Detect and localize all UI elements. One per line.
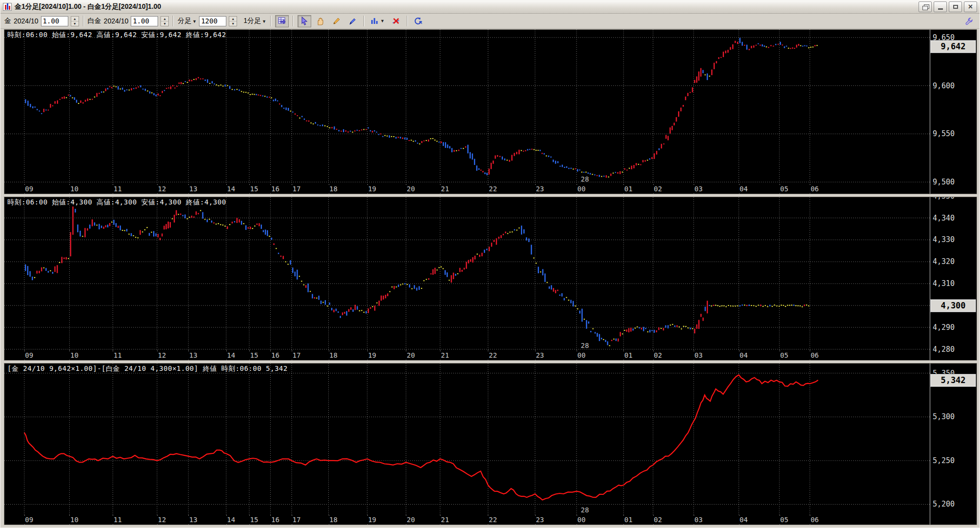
x-tick-label: 17 [291, 185, 301, 193]
minimize-button[interactable] [934, 1, 947, 12]
toolbar: 金 2024/10 ▲▼ 白金 2024/10 ▲▼ 分足▼ ▲▼ 1分足▼ [0, 14, 980, 29]
x-tick-label: 20 [406, 185, 416, 193]
marker-tool-button[interactable] [346, 15, 360, 27]
platinum-time-axis: 0910111213141516171819202122230001020304… [4, 350, 930, 360]
marker-icon [348, 17, 357, 26]
toolbar-separator [293, 16, 294, 26]
bar-style-dropdown-button[interactable]: ▼ [368, 15, 387, 27]
x-tick-label: 11 [113, 516, 123, 524]
x-tick-label: 22 [488, 351, 498, 359]
settings-wrench-button[interactable] [962, 15, 976, 27]
toolbar-separator [363, 16, 364, 26]
maximize-button[interactable] [949, 1, 962, 12]
chevron-down-icon: ▼ [380, 19, 384, 23]
float-window-button[interactable] [919, 1, 932, 12]
cursor-icon [300, 17, 309, 25]
x-tick-label: 22 [488, 516, 498, 524]
y-tick-label: 4,330 [933, 235, 955, 244]
y-tick-label: 9,500 [933, 178, 955, 186]
date-label: 28 [581, 175, 589, 183]
platinum-plot[interactable]: 28 [4, 197, 930, 350]
hand-tool-button[interactable] [314, 15, 327, 27]
x-tick-label: 01 [623, 351, 634, 359]
spread-line-panel[interactable]: [金 24/10 9,642×1.00]-[白金 24/10 4,300×1.0… [4, 363, 977, 525]
close-button[interactable]: × [964, 1, 977, 12]
window-title: 金1分足[2024/10]1.00 - 白金1分足[2024/10]1.00 [15, 2, 161, 11]
x-tick-label: 04 [739, 185, 749, 193]
x-tick-label: 02 [653, 351, 663, 359]
close-icon: × [968, 4, 973, 9]
x-tick-label: 06 [810, 516, 820, 524]
current-price-badge: 9,642 [931, 41, 976, 53]
date-label: 28 [581, 506, 589, 514]
x-tick-label: 12 [157, 185, 167, 193]
x-tick-label: 00 [576, 185, 586, 193]
float-window-icon [922, 4, 928, 9]
x-tick-label: 17 [291, 351, 301, 359]
delete-cross-icon [392, 17, 400, 25]
bar-count-input[interactable] [199, 16, 226, 26]
gold-plot[interactable]: 28 [4, 30, 930, 184]
x-tick-label: 09 [24, 351, 34, 359]
x-tick-label: 21 [440, 351, 450, 359]
pencil-tool-button[interactable] [330, 15, 343, 27]
x-tick-label: 23 [535, 516, 545, 524]
y-tick-label: 4,280 [933, 345, 955, 354]
platinum-month-label: 2024/10 [104, 17, 129, 25]
pencil-icon [332, 17, 341, 26]
current-price-badge: 4,300 [931, 300, 976, 312]
platinum-candlestick-panel[interactable]: 時刻:06:00 始値:4,300 高値:4,300 安値:4,300 終値:4… [4, 197, 977, 361]
gold-multiplier-spinner[interactable]: ▲▼ [71, 16, 79, 26]
spread-time-axis: 0910111213141516171819202122230001020304… [4, 515, 930, 525]
x-tick-label: 23 [535, 351, 545, 359]
x-tick-label: 20 [406, 516, 416, 524]
x-tick-label: 16 [270, 516, 280, 524]
x-tick-label: 12 [157, 516, 167, 524]
delete-drawings-button[interactable] [389, 15, 403, 27]
cursor-tool-button[interactable] [298, 15, 311, 27]
x-tick-label: 14 [226, 516, 236, 524]
y-tick-label: 4,310 [933, 279, 955, 288]
spread-price-axis: 5,3505,3005,2505,2005,342 [930, 364, 977, 525]
bar-count-spinner[interactable]: ▲▼ [229, 16, 237, 26]
x-tick-label: 12 [157, 351, 167, 359]
interval-dropdown[interactable]: 1分足▼ [243, 17, 266, 25]
x-tick-label: 18 [328, 516, 339, 524]
titlebar: 金1分足[2024/10]1.00 - 白金1分足[2024/10]1.00 × [0, 0, 980, 14]
chevron-down-icon: ▼ [192, 19, 197, 24]
y-tick-label: 9,550 [933, 129, 955, 138]
x-tick-label: 22 [488, 185, 498, 193]
x-tick-label: 11 [113, 351, 123, 359]
x-tick-label: 19 [367, 185, 377, 193]
toolbar-separator [270, 16, 271, 26]
x-tick-label: 14 [226, 351, 236, 359]
x-tick-label: 03 [694, 185, 704, 193]
x-tick-label: 03 [694, 516, 704, 524]
x-tick-label: 18 [328, 185, 339, 193]
y-tick-label: 5,250 [933, 456, 955, 465]
x-tick-label: 15 [249, 516, 260, 524]
bar-type-dropdown[interactable]: 分足▼ [178, 17, 197, 25]
chart-app-window: 金1分足[2024/10]1.00 - 白金1分足[2024/10]1.00 ×… [0, 0, 980, 528]
gold-candlestick-panel[interactable]: 時刻:06:00 始値:9,642 高値:9,642 安値:9,642 終値:9… [4, 29, 977, 194]
x-tick-label: 17 [291, 516, 301, 524]
y-tick-label: 5,300 [933, 412, 955, 421]
platinum-multiplier-spinner[interactable]: ▲▼ [160, 16, 169, 26]
x-tick-label: 10 [69, 351, 80, 359]
x-tick-label: 14 [226, 185, 236, 193]
maximize-icon [953, 5, 958, 9]
x-tick-label: 18 [328, 351, 339, 359]
x-tick-label: 09 [24, 516, 34, 524]
platinum-price-axis: 4,3504,3404,3304,3204,3104,3004,2904,280… [930, 197, 977, 360]
spread-plot[interactable]: 28 [4, 364, 930, 515]
x-tick-label: 16 [270, 351, 280, 359]
x-tick-label: 01 [623, 516, 634, 524]
x-tick-label: 19 [367, 351, 377, 359]
data-table-tool-button[interactable] [275, 15, 289, 27]
reload-button[interactable]: R [412, 15, 425, 27]
platinum-multiplier-input[interactable] [131, 16, 158, 26]
x-tick-label: 06 [810, 185, 820, 193]
platinum-ohlc-readout: 時刻:06:00 始値:4,300 高値:4,300 安値:4,300 終値:4… [7, 198, 226, 207]
x-tick-label: 00 [576, 351, 586, 359]
gold-multiplier-input[interactable] [41, 16, 68, 26]
